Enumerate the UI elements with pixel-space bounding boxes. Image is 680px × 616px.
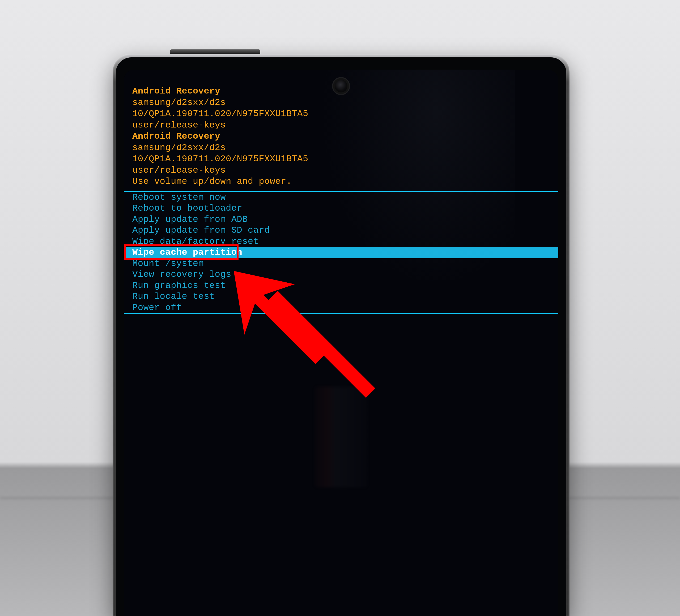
menu-item-wipe-data-factory-reset[interactable]: Wipe data/factory reset (124, 236, 558, 247)
recovery-menu: Reboot system nowReboot to bootloaderApp… (124, 191, 558, 314)
front-camera-icon (335, 80, 347, 92)
phone-body: Android Recovery samsung/d2sxx/d2s 10/QP… (113, 54, 569, 616)
menu-item-reboot-to-bootloader[interactable]: Reboot to bootloader (124, 203, 558, 214)
recovery-screen: Android Recovery samsung/d2sxx/d2s 10/QP… (124, 69, 558, 616)
recovery-keys-1: user/release-keys (132, 119, 308, 131)
phone-bezel: Android Recovery samsung/d2sxx/d2s 10/QP… (116, 57, 566, 616)
screen-reflection (314, 387, 368, 487)
recovery-keys-2: user/release-keys (132, 165, 308, 176)
recovery-build-2: 10/QP1A.190711.020/N975FXXU1BTA5 (132, 153, 308, 165)
menu-item-apply-update-from-sd-card[interactable]: Apply update from SD card (124, 225, 558, 236)
menu-item-power-off[interactable]: Power off (124, 302, 558, 313)
menu-item-mount-system[interactable]: Mount /system (124, 258, 558, 269)
recovery-title-1: Android Recovery (132, 86, 308, 97)
photo-stage: Android Recovery samsung/d2sxx/d2s 10/QP… (0, 0, 680, 616)
menu-item-reboot-system-now[interactable]: Reboot system now (124, 192, 558, 203)
recovery-header: Android Recovery samsung/d2sxx/d2s 10/QP… (132, 86, 308, 187)
menu-item-wipe-cache-partition[interactable]: Wipe cache partition (124, 247, 558, 258)
menu-item-run-graphics-test[interactable]: Run graphics test (124, 280, 558, 291)
recovery-device-1: samsung/d2sxx/d2s (132, 97, 308, 108)
menu-item-apply-update-from-adb[interactable]: Apply update from ADB (124, 214, 558, 225)
recovery-device-2: samsung/d2sxx/d2s (132, 142, 308, 153)
menu-item-view-recovery-logs[interactable]: View recovery logs (124, 269, 558, 280)
recovery-title-2: Android Recovery (132, 131, 308, 142)
recovery-hint: Use volume up/down and power. (132, 176, 308, 187)
recovery-build-1: 10/QP1A.190711.020/N975FXXU1BTA5 (132, 108, 308, 119)
menu-item-run-locale-test[interactable]: Run locale test (124, 291, 558, 302)
